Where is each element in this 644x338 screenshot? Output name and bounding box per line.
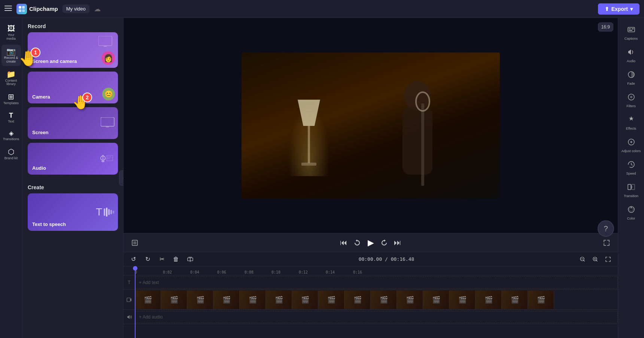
adjust-colors-panel-item[interactable]: Adjust colors bbox=[620, 134, 643, 156]
video-thumb-12: 🎬 bbox=[423, 290, 449, 309]
screen-camera-label: Screen and camera bbox=[32, 58, 77, 64]
sidebar-item-text[interactable]: T Text bbox=[1, 109, 21, 126]
rewind-button[interactable]: ⏮ bbox=[337, 236, 350, 250]
video-thumb-4: 🎬 bbox=[213, 290, 240, 309]
add-text-button[interactable]: + Add text bbox=[135, 277, 618, 289]
audio-card[interactable]: Audio bbox=[28, 143, 118, 175]
time-separator: / bbox=[385, 256, 391, 262]
create-cards: Text to speech T bbox=[22, 193, 123, 231]
delete-button[interactable]: 🗑 bbox=[171, 254, 181, 265]
svg-rect-6 bbox=[22, 9, 25, 12]
video-thumb-6: 🎬 bbox=[266, 290, 292, 309]
video-thumb-7: 🎬 bbox=[292, 290, 318, 309]
zoom-in-button[interactable] bbox=[590, 254, 601, 265]
panel-collapse-button[interactable]: ‹ bbox=[119, 170, 124, 185]
screen-camera-avatar: 👩 bbox=[101, 51, 115, 65]
screen-card[interactable]: Screen bbox=[28, 107, 118, 139]
color-panel-item[interactable]: Color bbox=[620, 202, 643, 223]
undo-button[interactable]: ↺ bbox=[128, 254, 139, 265]
current-time: 00:00.00 bbox=[359, 256, 382, 262]
video-thumb-11: 🎬 bbox=[397, 290, 423, 309]
camera-card[interactable]: Camera 😊 bbox=[28, 72, 118, 103]
tts-deco: T bbox=[96, 206, 115, 218]
add-audio-button[interactable]: + Add audio bbox=[135, 311, 618, 323]
speed-panel-item[interactable]: Speed bbox=[620, 157, 643, 178]
audio-right-label: Audio bbox=[627, 59, 635, 63]
fullscreen-button[interactable] bbox=[600, 236, 613, 250]
timeline-time: 00:00.00 / 00:16.48 bbox=[199, 256, 574, 262]
captions-panel-item[interactable]: Captions bbox=[620, 22, 643, 43]
fade-icon bbox=[627, 70, 635, 80]
audio-panel-item[interactable]: Audio bbox=[620, 44, 643, 66]
text-to-speech-card[interactable]: Text to speech T bbox=[28, 193, 118, 231]
fade-panel-item[interactable]: Fade bbox=[620, 67, 643, 88]
svg-rect-22 bbox=[421, 103, 424, 186]
skip-button[interactable]: ⏭ bbox=[391, 236, 404, 250]
video-thumb-8: 🎬 bbox=[318, 290, 344, 309]
text-icon: T bbox=[9, 112, 13, 119]
add-to-timeline-button[interactable] bbox=[185, 254, 195, 265]
play-button[interactable]: ▶ bbox=[364, 236, 377, 250]
video-title[interactable]: My video bbox=[63, 4, 89, 13]
audio-right-icon bbox=[627, 48, 635, 58]
svg-rect-9 bbox=[101, 117, 114, 126]
sidebar-item-record-create[interactable]: 📷 Record & create bbox=[1, 45, 21, 66]
record-cards: Screen and camera 👩 Camera 😊 Screen bbox=[22, 32, 123, 175]
logo-icon bbox=[16, 4, 27, 14]
playback-controls: ⏮ ▶ ⏭ bbox=[124, 233, 618, 252]
screen-camera-card[interactable]: Screen and camera 👩 bbox=[28, 32, 118, 68]
library-label: Content library bbox=[3, 79, 19, 87]
fit-timeline-button[interactable] bbox=[603, 254, 613, 265]
camera-label: Camera bbox=[32, 94, 50, 100]
sidebar-item-transitions[interactable]: ◈ Transitions bbox=[1, 127, 21, 144]
record-icon: 📷 bbox=[6, 48, 16, 55]
audio-track-label bbox=[124, 314, 135, 320]
filters-panel-item[interactable]: Filters bbox=[620, 89, 643, 111]
zoom-out-button[interactable] bbox=[577, 254, 588, 265]
aspect-ratio-badge[interactable]: 16:9 bbox=[598, 22, 613, 31]
screen-deco bbox=[98, 36, 113, 49]
svg-rect-15 bbox=[110, 210, 112, 214]
center-area: 16:9 ⏮ bbox=[124, 18, 618, 338]
ruler-mark-010: 0:10 bbox=[271, 270, 280, 274]
total-time: 00:16.48 bbox=[391, 256, 414, 262]
svg-rect-2 bbox=[4, 10, 12, 11]
cloud-icon: ☁ bbox=[94, 5, 101, 13]
svg-rect-21 bbox=[402, 107, 432, 175]
topbar: Clipchamp My video ☁ ⬆ Export ▾ bbox=[0, 0, 644, 18]
lamp-shape bbox=[294, 100, 324, 169]
video-thumb-5: 🎬 bbox=[240, 290, 266, 309]
video-preview: 16:9 bbox=[124, 18, 618, 233]
playhead[interactable] bbox=[135, 266, 136, 338]
sidebar-item-templates[interactable]: ⊞ Templates bbox=[1, 90, 21, 108]
transition-icon bbox=[627, 183, 635, 193]
ruler-mark-008: 0:08 bbox=[244, 270, 253, 274]
record-section-title: Record bbox=[22, 18, 123, 32]
redo-button[interactable]: ↻ bbox=[142, 254, 153, 265]
add-audio-label: + Add audio bbox=[139, 314, 163, 320]
video-thumb-3: 🎬 bbox=[187, 290, 213, 309]
library-icon: 📁 bbox=[6, 70, 16, 78]
screen-label: Screen bbox=[32, 130, 48, 135]
menu-icon[interactable] bbox=[4, 4, 12, 13]
back5-button[interactable] bbox=[350, 236, 364, 250]
templates-label: Templates bbox=[3, 102, 19, 105]
help-button[interactable]: ? bbox=[598, 220, 614, 237]
cut-button[interactable]: ✂ bbox=[157, 254, 167, 265]
templates-icon: ⊞ bbox=[8, 93, 14, 100]
video-track-label bbox=[124, 297, 135, 302]
audio-deco bbox=[100, 153, 115, 165]
sidebar-item-your-media[interactable]: 🖼 Your media bbox=[1, 22, 21, 43]
main-layout: 🖼 Your media 📷 Record & create 📁 Content… bbox=[0, 18, 644, 338]
screen-deco2 bbox=[101, 117, 115, 129]
export-button[interactable]: ⬆ Export ▾ bbox=[598, 3, 640, 15]
sidebar-item-content-library[interactable]: 📁 Content library bbox=[1, 67, 21, 89]
effects-panel-item[interactable]: Effects bbox=[620, 112, 643, 133]
crop-button[interactable] bbox=[128, 236, 142, 250]
text-track-content: + Add text bbox=[135, 277, 618, 289]
transition-panel-item[interactable]: Transition bbox=[620, 179, 643, 201]
fwd5-button[interactable] bbox=[377, 236, 391, 250]
video-frame bbox=[242, 52, 500, 199]
video-strip[interactable]: 🎬 🎬 🎬 🎬 🎬 🎬 🎬 🎬 🎬 🎬 🎬 🎬 bbox=[135, 290, 618, 309]
sidebar-item-brand-kit[interactable]: ⬡ Brand kit bbox=[1, 145, 21, 163]
